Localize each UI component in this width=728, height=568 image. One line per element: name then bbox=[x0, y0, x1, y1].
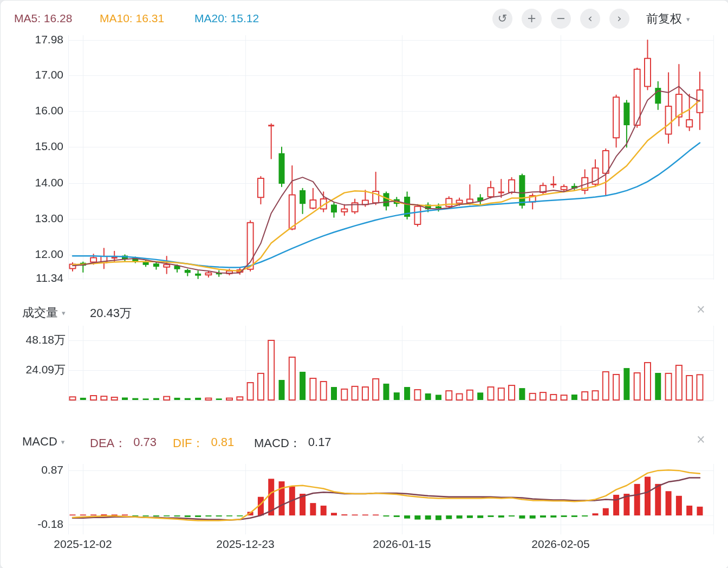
stock-chart-panel: MA5: 16.28 MA10: 16.31 MA20: 15.12 ↺ + −… bbox=[0, 0, 728, 568]
undo-icon: ↺ bbox=[498, 13, 508, 24]
ma20-legend: MA20: 15.12 bbox=[194, 12, 259, 25]
dea-stat: DEA：0.73 bbox=[90, 435, 157, 451]
adjustment-label: 前复权 bbox=[646, 11, 682, 27]
dea-value: 0.73 bbox=[133, 435, 157, 451]
dif-label: DIF： bbox=[173, 435, 204, 451]
prev-button[interactable]: ‹ bbox=[580, 9, 600, 29]
zoom-in-icon: + bbox=[527, 13, 537, 24]
dif-stat: DIF：0.81 bbox=[173, 435, 234, 451]
close-icon: × bbox=[697, 301, 705, 318]
next-button[interactable]: › bbox=[609, 9, 629, 29]
chevron-left-icon: ‹ bbox=[588, 13, 592, 24]
price-adjustment-dropdown[interactable]: 前复权 ▾ bbox=[646, 11, 690, 27]
volume-pane-title: 成交量 bbox=[22, 305, 58, 321]
macd-stat: MACD：0.17 bbox=[254, 435, 332, 451]
macd-label: MACD： bbox=[254, 435, 301, 451]
chart-toolbar: ↺ + − ‹ › bbox=[492, 9, 629, 29]
chevron-right-icon: › bbox=[617, 13, 621, 24]
ma10-legend: MA10: 16.31 bbox=[100, 12, 164, 25]
zoom-in-button[interactable]: + bbox=[522, 9, 542, 29]
close-icon: × bbox=[697, 431, 705, 448]
zoom-out-button[interactable]: − bbox=[551, 9, 571, 29]
macd-pane-title: MACD bbox=[22, 435, 57, 449]
chevron-down-icon: ▾ bbox=[61, 438, 65, 446]
volume-current-value: 20.43万 bbox=[90, 305, 132, 321]
macd-pane-dropdown[interactable]: MACD ▾ bbox=[22, 435, 64, 449]
dif-value: 0.81 bbox=[211, 435, 234, 451]
macd-value: 0.17 bbox=[308, 435, 332, 451]
ma5-legend: MA5: 16.28 bbox=[14, 12, 72, 25]
dea-label: DEA： bbox=[90, 435, 126, 451]
undo-button[interactable]: ↺ bbox=[492, 9, 512, 29]
volume-pane-close-button[interactable]: × bbox=[692, 300, 710, 319]
candlestick-chart-canvas[interactable] bbox=[1, 1, 728, 568]
chevron-down-icon: ▾ bbox=[62, 309, 66, 317]
zoom-out-icon: − bbox=[556, 13, 566, 24]
volume-pane-dropdown[interactable]: 成交量 ▾ bbox=[22, 305, 66, 321]
macd-pane-close-button[interactable]: × bbox=[692, 430, 710, 449]
chevron-down-icon: ▾ bbox=[686, 15, 690, 23]
